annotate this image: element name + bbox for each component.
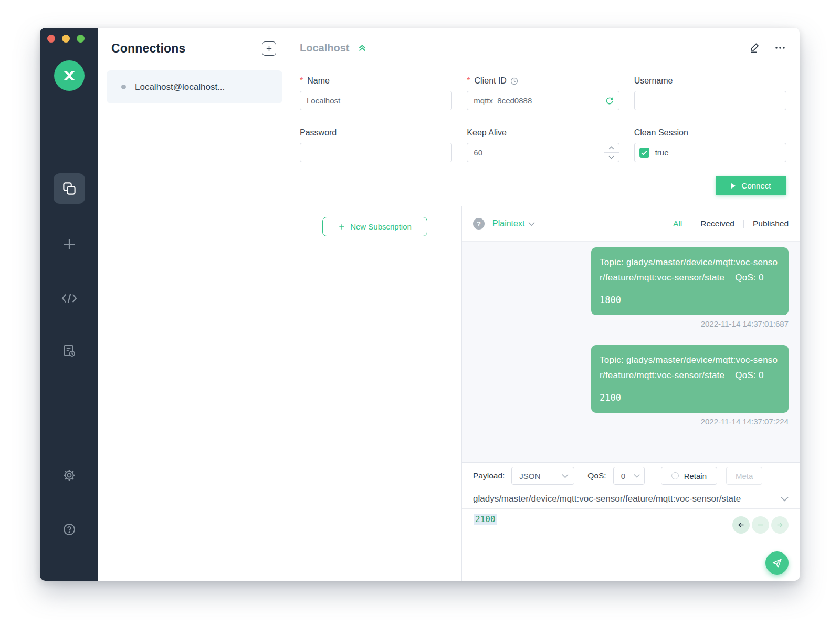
subscriptions-panel: New Subscription: [288, 206, 462, 581]
editor-value[interactable]: 2100: [474, 514, 497, 525]
clean-session-field: true: [634, 143, 786, 162]
send-icon: [772, 558, 783, 569]
add-connection-button[interactable]: [262, 41, 276, 56]
password-label: Password: [300, 128, 452, 138]
more-icon[interactable]: [774, 41, 786, 54]
connections-icon: [61, 181, 77, 196]
clean-session-label: Clean Session: [634, 128, 786, 138]
message-payload: 2100: [600, 390, 780, 405]
message-list: Topic: gladys/master/device/mqtt:voc-sen…: [462, 241, 800, 462]
clean-session-value: true: [655, 148, 669, 157]
retain-toggle[interactable]: Retain: [661, 467, 717, 485]
topic-input[interactable]: gladys/master/device/mqtt:voc-sensor/fea…: [462, 489, 800, 509]
new-subscription-button[interactable]: New Subscription: [322, 217, 427, 236]
log-icon: [62, 343, 77, 358]
stepper-up-icon[interactable]: [604, 143, 619, 153]
send-button[interactable]: [765, 551, 789, 575]
sidebar-item-log[interactable]: [54, 336, 85, 366]
sidebar-item-new-connection[interactable]: [54, 229, 85, 259]
message-qos: QoS: 0: [735, 270, 763, 285]
sidebar: [40, 28, 98, 581]
message-qos: QoS: 0: [735, 368, 763, 383]
history-delete-button[interactable]: [752, 516, 769, 534]
zoom-button[interactable]: [77, 35, 85, 43]
payload-label: Payload:: [473, 471, 505, 481]
chevron-down-icon: [634, 474, 640, 478]
connections-panel: Connections Localhost@localhost...: [98, 28, 288, 581]
payload-type-select[interactable]: JSON: [511, 467, 574, 485]
message-bubble[interactable]: Topic: gladys/master/device/mqtt:voc-sen…: [591, 345, 789, 413]
qos-select[interactable]: 0: [613, 467, 645, 485]
message-timestamp: 2022-11-14 14:37:01:687: [462, 319, 789, 328]
messages-panel: ? Plaintext All Received Published: [462, 206, 800, 581]
main-panel: Localhost: [288, 28, 800, 581]
connections-title: Connections: [111, 41, 185, 56]
required-asterisk: *: [300, 76, 303, 86]
mqttx-logo-icon: [54, 60, 85, 91]
keep-alive-label: Keep Alive: [467, 128, 619, 138]
username-label: Username: [634, 76, 786, 86]
gear-icon: [62, 468, 77, 483]
required-asterisk: *: [467, 76, 470, 86]
qos-label: QoS:: [587, 471, 606, 481]
keep-alive-input[interactable]: [467, 143, 619, 162]
tab-all[interactable]: All: [664, 219, 691, 228]
play-icon: [731, 183, 736, 189]
sidebar-item-settings[interactable]: [54, 460, 85, 491]
mqttx-window: Connections Localhost@localhost... Local…: [40, 28, 800, 581]
chevron-down-icon: [528, 222, 535, 226]
sidebar-item-connections[interactable]: [54, 173, 85, 204]
topic-chevron-down-icon[interactable]: [781, 496, 789, 502]
code-icon: [61, 291, 78, 306]
connect-button[interactable]: Connect: [716, 176, 786, 195]
password-input[interactable]: [300, 143, 452, 162]
sidebar-item-help[interactable]: [54, 514, 85, 545]
help-icon: [62, 522, 77, 537]
plus-icon: [338, 223, 345, 231]
publish-panel: Payload: JSON QoS: 0 Retain: [462, 462, 800, 581]
meta-button[interactable]: Meta: [726, 467, 762, 485]
question-icon[interactable]: ?: [473, 218, 485, 230]
keep-alive-stepper[interactable]: [604, 143, 619, 162]
chevron-down-icon: [562, 474, 569, 478]
client-id-input[interactable]: [467, 91, 619, 110]
minimize-button[interactable]: [62, 35, 70, 43]
name-input[interactable]: [300, 91, 452, 110]
connection-title: Localhost: [300, 42, 349, 54]
sidebar-item-script[interactable]: [54, 283, 85, 314]
message-filter-tabs: All Received Published: [664, 219, 789, 228]
connection-form: Localhost: [288, 28, 800, 206]
payload-format-dropdown[interactable]: Plaintext: [492, 219, 535, 228]
message-timestamp: 2022-11-14 14:37:07:224: [462, 417, 789, 426]
history-back-button[interactable]: [732, 516, 750, 534]
plus-icon: [61, 236, 77, 252]
window-controls: [47, 35, 85, 43]
message-payload: 1800: [600, 293, 780, 308]
connection-status-dot: [121, 85, 126, 89]
name-label: * Name: [300, 76, 452, 86]
connection-list-item[interactable]: Localhost@localhost...: [107, 70, 282, 103]
message-bubble[interactable]: Topic: gladys/master/device/mqtt:voc-sen…: [591, 247, 789, 315]
close-button[interactable]: [47, 35, 55, 43]
stepper-down-icon[interactable]: [604, 153, 619, 162]
clock-icon: [510, 77, 519, 86]
connection-item-label: Localhost@localhost...: [135, 82, 225, 92]
tab-received[interactable]: Received: [691, 219, 743, 228]
refresh-icon[interactable]: [605, 96, 614, 106]
history-forward-button[interactable]: [771, 516, 789, 534]
plus-icon: [265, 45, 273, 53]
collapse-icon[interactable]: [356, 42, 368, 54]
retain-radio-icon: [671, 472, 679, 479]
username-input[interactable]: [634, 91, 786, 110]
tab-published[interactable]: Published: [744, 219, 789, 228]
payload-editor[interactable]: 2100: [462, 509, 800, 581]
edit-icon[interactable]: [749, 41, 761, 54]
topic-value: gladys/master/device/mqtt:voc-sensor/fea…: [473, 494, 741, 504]
client-id-label: * Client ID: [467, 76, 619, 86]
clean-session-checkbox[interactable]: [639, 148, 649, 158]
